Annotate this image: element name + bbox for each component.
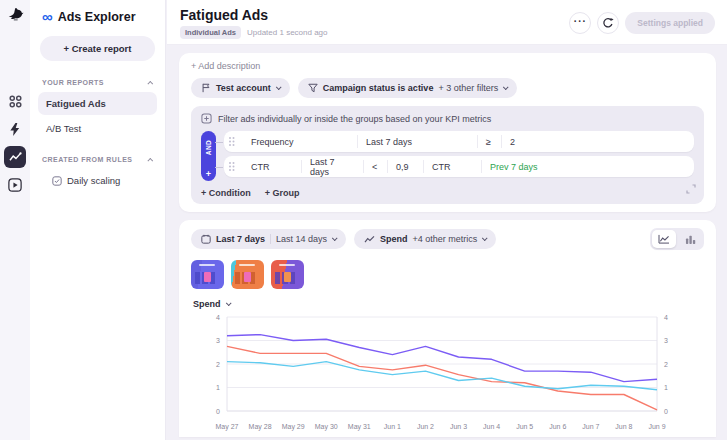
and-connector[interactable]: AND + [201, 131, 216, 181]
thumbnail-art [284, 272, 291, 282]
expand-icon[interactable] [686, 180, 696, 198]
thumbnail-art [204, 272, 211, 282]
svg-text:May 30: May 30 [315, 423, 338, 431]
kpi-filter-description: Filter ads individually or inside the gr… [218, 114, 491, 124]
page-title: Fatigued Ads [180, 7, 328, 23]
more-button[interactable]: ··· [569, 12, 591, 34]
sidebar-item-ab-test[interactable]: A/B Test [38, 117, 157, 140]
ad-thumbnail[interactable] [271, 260, 304, 289]
apps-icon[interactable] [4, 90, 26, 112]
campaign-filter-pill[interactable]: Campaign status is active + 3 other filt… [298, 78, 517, 98]
updated-timestamp: Updated 1 second ago [247, 28, 328, 37]
value-input[interactable]: 2 [501, 135, 694, 148]
chevron-down-icon [482, 235, 488, 241]
refresh-icon [602, 17, 614, 29]
chevron-up-icon [147, 157, 153, 163]
plus-box-icon [201, 113, 212, 124]
date-range-pill[interactable]: Last 7 days Last 14 days [191, 229, 346, 249]
svg-text:4: 4 [216, 314, 220, 321]
add-condition-button[interactable]: + Condition [201, 188, 251, 198]
bar-chart-toggle[interactable] [678, 230, 702, 248]
report-type-badge: Individual Ads [180, 26, 241, 39]
app-title: ∞ Ads Explorer [38, 10, 157, 24]
chart-card: Last 7 days Last 14 days Spend +4 other … [179, 220, 716, 437]
svg-text:0: 0 [664, 408, 668, 415]
chevron-down-icon [503, 84, 509, 90]
svg-text:2: 2 [664, 361, 668, 368]
page-header: Fatigued Ads Individual Ads Updated 1 se… [167, 0, 727, 45]
metric-selector-pill[interactable]: Spend +4 other metrics [354, 229, 496, 249]
calendar-icon [201, 234, 211, 244]
svg-text:Jun 9: Jun 9 [648, 423, 665, 430]
filters-card: + Add description Test account Campaign … [179, 53, 716, 212]
kpi-filter-box: Filter ads individually or inside the gr… [191, 106, 704, 204]
compare-metric-select[interactable]: CTR [423, 160, 481, 173]
svg-text:Jun 8: Jun 8 [615, 423, 632, 430]
svg-text:May 27: May 27 [216, 423, 239, 431]
metric-select[interactable]: CTR [243, 160, 301, 173]
value-input[interactable]: 0,9 [387, 160, 423, 173]
svg-text:0: 0 [216, 408, 220, 415]
account-filter-pill[interactable]: Test account [191, 78, 290, 98]
svg-text:3: 3 [216, 337, 220, 344]
line-chart-toggle[interactable] [652, 230, 676, 248]
refresh-button[interactable] [597, 12, 619, 34]
funnel-icon [308, 83, 318, 93]
chart-type-toggle [650, 228, 704, 250]
svg-text:Jun 4: Jun 4 [483, 423, 500, 430]
chevron-down-icon [225, 300, 231, 306]
add-condition-plus-icon[interactable]: + [206, 170, 211, 178]
metric-select[interactable]: Frequency [243, 135, 357, 148]
settings-applied-button[interactable]: Settings applied [625, 12, 715, 34]
add-group-button[interactable]: + Group [265, 188, 300, 198]
more-icon: ··· [574, 16, 587, 27]
section-your-reports[interactable]: YOUR REPORTS [38, 75, 157, 92]
icon-rail [0, 0, 30, 440]
chevron-up-icon [147, 80, 153, 86]
svg-text:Jun 3: Jun 3 [450, 423, 467, 430]
bird-logo-icon[interactable] [7, 6, 24, 25]
svg-text:1: 1 [216, 384, 220, 391]
thumbnail-art [244, 272, 251, 282]
svg-text:May 28: May 28 [249, 423, 272, 431]
operator-select[interactable]: ≥ [477, 135, 501, 148]
ad-thumbnails [191, 260, 704, 289]
svg-text:4: 4 [664, 314, 668, 321]
bar-chart-icon [685, 234, 696, 244]
window-select[interactable]: Last 7 days [357, 135, 477, 148]
create-report-button[interactable]: + Create report [40, 36, 155, 61]
line-chart-icon [658, 234, 670, 244]
ad-thumbnail[interactable] [191, 260, 224, 289]
window-select[interactable]: Last 7 days [301, 160, 363, 173]
sidebar-item-fatigued-ads[interactable]: Fatigued Ads [38, 92, 157, 115]
condition-row[interactable]: CTR Last 7 days < 0,9 CTR Prev 7 days [224, 156, 694, 177]
svg-text:Jun 6: Jun 6 [549, 423, 566, 430]
trend-icon [364, 235, 375, 244]
svg-text:Jun 2: Jun 2 [417, 423, 434, 430]
svg-text:May 29: May 29 [282, 423, 305, 431]
compare-window-select[interactable]: Prev 7 days [481, 160, 694, 173]
videos-icon[interactable] [4, 174, 26, 196]
section-created-from-rules[interactable]: CREATED FROM RULES [38, 152, 157, 169]
svg-text:Jun 7: Jun 7 [582, 423, 599, 430]
reports-icon[interactable] [4, 146, 26, 168]
operator-select[interactable]: < [363, 160, 387, 173]
drag-handle-icon [228, 136, 235, 147]
drag-handle[interactable] [224, 135, 243, 148]
svg-text:May 31: May 31 [348, 423, 371, 431]
main-area: Fatigued Ads Individual Ads Updated 1 se… [167, 0, 727, 440]
svg-text:2: 2 [216, 361, 220, 368]
drag-handle[interactable] [224, 160, 243, 173]
drag-handle-icon [228, 161, 235, 172]
checklist-icon [52, 176, 62, 186]
condition-row[interactable]: Frequency Last 7 days ≥ 2 [224, 131, 694, 152]
ad-thumbnail[interactable] [231, 260, 264, 289]
automations-icon[interactable] [4, 118, 26, 140]
divider [270, 234, 271, 244]
spend-line-chart[interactable]: 0011223344May 27May 28May 29May 30May 31… [191, 311, 705, 439]
svg-text:Jun 5: Jun 5 [516, 423, 533, 430]
add-description-link[interactable]: + Add description [191, 61, 704, 71]
sidebar-item-daily-scaling[interactable]: Daily scaling [38, 169, 157, 192]
axis-metric-dropdown[interactable]: Spend [193, 299, 704, 309]
flag-icon [201, 83, 211, 93]
